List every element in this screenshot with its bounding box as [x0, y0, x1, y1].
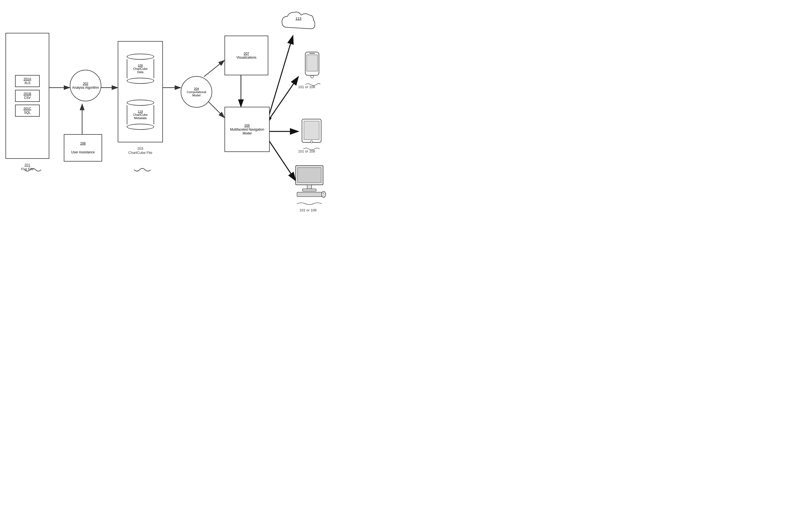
xls-label: XLS [19, 81, 36, 85]
sql-label: SQL [19, 111, 36, 114]
ccm-id: 119 [138, 110, 143, 113]
sql-box: 201C SQL [15, 105, 40, 117]
device-label-bottom: 101 or 108 [287, 208, 328, 212]
sql-id: 201C [19, 107, 36, 111]
csv-label: CSV [19, 96, 36, 100]
computational-model-circle: 204 Computational Model [181, 76, 212, 108]
svg-rect-24 [302, 189, 316, 191]
user-assistance-box: 206 User Assistance [64, 134, 102, 162]
visualizations-box: 207 Visualizations [225, 36, 268, 75]
chartcube-metadata-cyl: 119 ChartCube Metadata [127, 100, 154, 130]
chartcube-data-cyl: 109 ChartCube Data [127, 54, 154, 84]
ccd-label2: Data [137, 70, 143, 74]
svg-rect-22 [298, 167, 321, 183]
diagram: 201A XLS 201B CSV 201C SQL 201 Flat File… [0, 0, 328, 222]
cm-id: 204 [194, 87, 199, 90]
mobile-phone-top [296, 51, 328, 88]
d2-label: 101 or 108 [298, 149, 315, 153]
svg-rect-25 [297, 192, 322, 196]
aa-id: 202 [83, 82, 88, 86]
flat-file-label: 201 Flat File [5, 163, 49, 171]
desktop-computer [290, 164, 328, 208]
svg-line-7 [204, 60, 225, 77]
cloud-id: 113 [295, 17, 301, 21]
flat-file-box: 201A XLS 201B CSV 201C SQL [5, 33, 49, 159]
cf-label: ChartCube File [129, 151, 152, 155]
ua-label: User Assistance [71, 150, 95, 154]
ccd-id: 109 [138, 64, 143, 67]
desktop-svg [292, 164, 327, 200]
aa-label: Analysis Algorithm [72, 86, 99, 90]
ccm-label: ChartCube [133, 113, 147, 116]
ccm-label2: Metadata [134, 116, 147, 120]
d1-label: 101 or 108 [298, 85, 315, 89]
cloud-svg [279, 8, 318, 36]
cm-label: Computational Model [187, 90, 206, 97]
tablet-middle [294, 118, 328, 153]
svg-rect-23 [307, 185, 311, 189]
csv-box: 201B CSV [15, 90, 40, 102]
ccd-label: ChartCube [133, 67, 147, 70]
xls-box: 201A XLS [15, 75, 40, 87]
ua-id: 206 [80, 142, 86, 145]
xls-id: 201A [19, 77, 36, 81]
tablet-svg [301, 118, 323, 145]
cf-id: 203 [137, 146, 143, 151]
svg-rect-15 [307, 55, 318, 71]
svg-point-20 [310, 141, 313, 143]
csv-id: 201B [19, 92, 36, 96]
svg-rect-19 [304, 121, 319, 140]
chartcube-file-label: 203 ChartCube File [118, 146, 163, 155]
cloud-shape: 113 [279, 8, 318, 37]
mobile-phone-svg [302, 51, 322, 81]
svg-point-16 [311, 75, 314, 78]
chartcube-file-box: 109 ChartCube Data 119 ChartCube Metadat… [118, 41, 163, 142]
viz-label: Visualizations [236, 55, 256, 60]
analysis-algorithm-circle: 202 Analysis Algorithm [70, 70, 101, 101]
svg-line-10 [268, 36, 293, 118]
viz-id: 207 [244, 52, 249, 55]
device-label-middle: 101 or 108 [290, 149, 323, 153]
svg-line-11 [268, 77, 298, 120]
wavy-desktop [292, 201, 327, 206]
mnm-label: Multifaceted Navigation Model [230, 128, 264, 135]
device-label-top: 101 or 108 [290, 85, 323, 89]
svg-point-28 [321, 191, 326, 198]
d3-label: 101 or 108 [300, 208, 317, 212]
mnm-id: 205 [244, 124, 250, 128]
multifaceted-nav-box: 205 Multifaceted Navigation Model [225, 107, 270, 152]
